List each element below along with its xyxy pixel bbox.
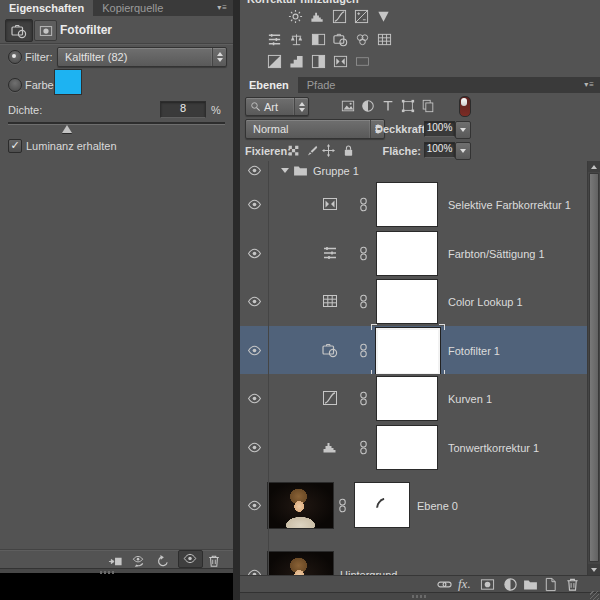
- panel-menu-icon[interactable]: ▾≡: [212, 0, 233, 16]
- lock-all-icon[interactable]: [342, 144, 355, 157]
- layer-style-icon[interactable]: fx.: [458, 576, 471, 591]
- link-layers-icon[interactable]: [437, 577, 452, 592]
- new-layer-icon[interactable]: [543, 577, 558, 592]
- color-balance-icon[interactable]: [289, 32, 304, 47]
- scroll-up-button[interactable]: [588, 161, 600, 172]
- layer-mask-thumbnail[interactable]: [377, 426, 437, 469]
- visibility-eye-icon[interactable]: [247, 296, 262, 307]
- layer-row-adjustment[interactable]: Color Lookup 1: [240, 277, 588, 327]
- visibility-eye-icon[interactable]: [247, 199, 262, 210]
- lock-transparency-icon[interactable]: [287, 144, 300, 157]
- layer-row-background[interactable]: Hintergrund: [240, 540, 588, 575]
- tab-ebenen[interactable]: Ebenen: [240, 77, 298, 93]
- mask-link-icon[interactable]: [359, 197, 368, 212]
- filter-radio[interactable]: [8, 50, 22, 64]
- black-white-icon[interactable]: [311, 32, 326, 47]
- view-previous-state-icon[interactable]: [131, 554, 146, 569]
- delete-layer-icon[interactable]: [565, 577, 580, 592]
- layer-mask-thumbnail[interactable]: [377, 183, 437, 226]
- density-slider-track[interactable]: [8, 122, 225, 125]
- layer-mask-thumbnail-selected[interactable]: [376, 328, 440, 375]
- photo-filter-icon[interactable]: [322, 342, 338, 358]
- visibility-eye-icon[interactable]: [247, 442, 262, 453]
- scroll-down-button[interactable]: [588, 564, 600, 575]
- layer-mask-thumbnail[interactable]: [355, 483, 409, 527]
- vibrance-icon[interactable]: [376, 9, 391, 24]
- lock-position-icon[interactable]: [322, 144, 335, 157]
- filter-shape-layers-icon[interactable]: [401, 99, 415, 113]
- layer-mask-thumbnail[interactable]: [377, 377, 437, 420]
- visibility-eye-icon[interactable]: [247, 165, 262, 176]
- luminance-checkbox[interactable]: ✓: [8, 139, 22, 153]
- fill-value-field[interactable]: 100%: [424, 142, 455, 158]
- layer-thumbnail[interactable]: [268, 552, 333, 575]
- layer-row-adjustment[interactable]: Kurven 1: [240, 374, 588, 424]
- mask-link-icon[interactable]: [359, 391, 368, 406]
- mask-link-icon[interactable]: [359, 294, 368, 309]
- layer-row-adjustment[interactable]: Selektive Farbkorrektur 1: [240, 180, 588, 230]
- visibility-eye-icon[interactable]: [247, 393, 262, 404]
- curves-icon[interactable]: [332, 9, 347, 24]
- brightness-contrast-icon[interactable]: [288, 9, 303, 24]
- layer-filtering-toggle[interactable]: [459, 96, 471, 117]
- tab-pfade[interactable]: Pfade: [298, 77, 345, 93]
- curves-icon[interactable]: [322, 390, 338, 406]
- selective-color-icon[interactable]: [333, 54, 348, 69]
- levels-icon[interactable]: [322, 439, 338, 455]
- levels-icon[interactable]: [310, 9, 325, 24]
- hue-saturation-icon[interactable]: [322, 245, 338, 261]
- layer-row-adjustment-selected[interactable]: Fotofilter 1: [240, 326, 588, 375]
- layer-name[interactable]: Farbton/Sättigung 1: [448, 248, 545, 260]
- filter-select[interactable]: Kaltfilter (82): [57, 47, 227, 67]
- panel-menu-icon[interactable]: ▾≡: [579, 77, 600, 93]
- filter-smart-objects-icon[interactable]: [421, 99, 435, 113]
- group-expander-icon[interactable]: [281, 168, 289, 173]
- opacity-dropdown-button[interactable]: [455, 121, 471, 139]
- visibility-eye-icon[interactable]: [247, 345, 262, 356]
- delete-adjustment-icon[interactable]: [207, 554, 221, 568]
- density-value-field[interactable]: 8: [160, 101, 206, 118]
- tab-kopierquelle[interactable]: Kopierquelle: [93, 0, 172, 16]
- lock-pixels-icon[interactable]: [305, 144, 318, 157]
- filter-adjustment-layers-icon[interactable]: [361, 99, 375, 113]
- layer-row-group[interactable]: Gruppe 1: [240, 161, 588, 181]
- color-lookup-icon[interactable]: [377, 32, 392, 47]
- visibility-toggle-button[interactable]: [178, 550, 203, 568]
- posterize-icon[interactable]: [289, 54, 304, 69]
- filter-pixel-layers-icon[interactable]: [341, 99, 355, 113]
- reset-icon[interactable]: [156, 554, 170, 568]
- density-slider-thumb[interactable]: [62, 125, 72, 133]
- panel-resize-grip[interactable]: [240, 592, 600, 600]
- layer-name[interactable]: Kurven 1: [448, 393, 492, 405]
- layer-mask-thumbnail[interactable]: [377, 232, 437, 275]
- clip-to-layer-icon[interactable]: [108, 554, 123, 569]
- layer-name[interactable]: Tonwertkorrektur 1: [448, 442, 539, 454]
- color-radio[interactable]: [8, 78, 22, 92]
- layer-name[interactable]: Gruppe 1: [313, 165, 359, 177]
- blend-mode-select[interactable]: Normal: [245, 119, 385, 139]
- mask-properties-button[interactable]: [34, 20, 57, 41]
- opacity-value-field[interactable]: 100%: [424, 121, 455, 137]
- mask-link-icon[interactable]: [338, 498, 347, 513]
- photo-filter-icon[interactable]: [333, 32, 348, 47]
- layer-mask-thumbnail[interactable]: [377, 280, 437, 323]
- filter-kind-select[interactable]: Art: [245, 97, 309, 116]
- fill-dropdown-button[interactable]: [455, 142, 471, 160]
- mask-link-icon[interactable]: [359, 343, 368, 358]
- invert-icon[interactable]: [267, 54, 282, 69]
- tab-eigenschaften[interactable]: Eigenschaften: [0, 0, 93, 16]
- channel-mixer-icon[interactable]: [355, 32, 370, 47]
- color-lookup-icon[interactable]: [322, 293, 338, 309]
- panel-resize-grip[interactable]: [0, 568, 233, 573]
- layer-row-image[interactable]: Ebene 0: [240, 471, 588, 541]
- hue-saturation-icon[interactable]: [267, 32, 282, 47]
- layer-row-adjustment[interactable]: Tonwertkorrektur 1: [240, 423, 588, 472]
- layer-thumbnail[interactable]: [268, 483, 333, 528]
- layer-name[interactable]: Selektive Farbkorrektur 1: [448, 199, 571, 211]
- mask-link-icon[interactable]: [359, 440, 368, 455]
- visibility-eye-icon[interactable]: [247, 500, 262, 511]
- scrollbar-thumb[interactable]: [589, 173, 599, 562]
- layers-scrollbar[interactable]: [587, 161, 600, 575]
- threshold-icon[interactable]: [311, 54, 326, 69]
- gradient-map-icon[interactable]: [355, 54, 370, 69]
